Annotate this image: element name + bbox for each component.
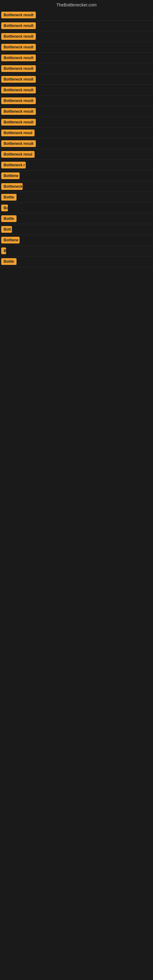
list-item: Bottleneck result bbox=[0, 95, 153, 106]
list-item: Bottleneck result bbox=[0, 106, 153, 117]
list-item: Bottle bbox=[0, 213, 153, 224]
bottleneck-result-badge[interactable]: Bottleneck result bbox=[1, 65, 36, 72]
list-item: Bottleneck resul bbox=[0, 128, 153, 138]
bottleneck-result-badge[interactable]: Bottleneck result bbox=[1, 76, 36, 83]
list-item: Bottle bbox=[0, 192, 153, 203]
bottleneck-result-badge[interactable]: Bottleneck resul bbox=[1, 151, 35, 158]
bottleneck-result-badge[interactable]: Bottleneck result bbox=[1, 119, 36, 126]
bottleneck-result-badge[interactable]: Bottleneck result bbox=[1, 140, 36, 147]
list-item: Bottleneck r bbox=[0, 160, 153, 170]
bottleneck-result-badge[interactable]: Bottleneck r bbox=[1, 162, 26, 169]
list-item: B bbox=[0, 246, 153, 256]
list-item: Bottleneck result bbox=[0, 85, 153, 95]
list-item: Bottleneck result bbox=[0, 42, 153, 52]
list-item: Bottleneck result bbox=[0, 138, 153, 149]
bottleneck-result-badge[interactable]: Bottleneck result bbox=[1, 108, 36, 115]
bottleneck-result-badge[interactable]: Bott bbox=[1, 226, 12, 233]
bottleneck-result-badge[interactable]: Bottlene bbox=[1, 237, 19, 243]
bottleneck-result-badge[interactable]: Bottle bbox=[1, 194, 16, 200]
list-item: Bottleneck result bbox=[0, 31, 153, 42]
bottleneck-result-badge[interactable]: Bottleneck bbox=[1, 183, 22, 190]
list-item: Bottleneck resul bbox=[0, 149, 153, 160]
list-item: Bottlene bbox=[0, 235, 153, 246]
bottleneck-result-badge[interactable]: Bottleneck result bbox=[1, 22, 36, 29]
bottleneck-result-badge[interactable]: Bottleneck resul bbox=[1, 130, 35, 136]
bottleneck-result-badge[interactable]: Bottleneck result bbox=[1, 54, 36, 61]
list-item: Bottleneck result bbox=[0, 64, 153, 74]
bottleneck-result-badge[interactable]: Bottle bbox=[1, 258, 16, 265]
list-item: Bottleneck result bbox=[0, 74, 153, 85]
list-item: Bottle bbox=[0, 256, 153, 267]
list-item: Bottleneck result bbox=[0, 117, 153, 128]
bottleneck-result-badge[interactable]: Bottleneck result bbox=[1, 97, 36, 104]
list-item: Bottleneck bbox=[0, 181, 153, 192]
list-item: Bott bbox=[0, 224, 153, 235]
list-item: Bottleneck result bbox=[0, 52, 153, 64]
list-item: Bottlene bbox=[0, 170, 153, 181]
site-title: TheBottlenecker.com bbox=[56, 2, 97, 7]
bottleneck-result-badge[interactable]: Bottleneck result bbox=[1, 33, 36, 40]
bottleneck-result-badge[interactable]: B bbox=[1, 247, 6, 254]
bottleneck-result-badge[interactable]: Bottle bbox=[1, 215, 16, 222]
bottleneck-result-badge[interactable]: Bottleneck result bbox=[1, 12, 36, 18]
bottleneck-result-badge[interactable]: Bottlene bbox=[1, 172, 19, 179]
bottleneck-result-badge[interactable]: Bo bbox=[1, 205, 8, 211]
bottleneck-result-badge[interactable]: Bottleneck result bbox=[1, 44, 36, 51]
bottleneck-result-badge[interactable]: Bottleneck result bbox=[1, 87, 36, 94]
list-item: Bo bbox=[0, 203, 153, 213]
list-item: Bottleneck result bbox=[0, 10, 153, 21]
site-header: TheBottlenecker.com bbox=[0, 0, 153, 10]
list-item: Bottleneck result bbox=[0, 21, 153, 31]
